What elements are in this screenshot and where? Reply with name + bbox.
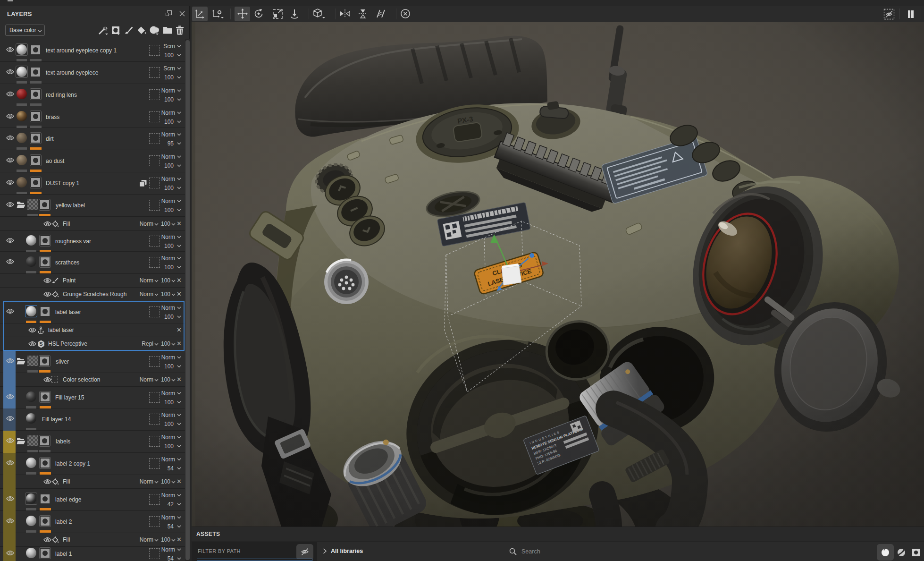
svg-text:S: S xyxy=(39,341,42,347)
